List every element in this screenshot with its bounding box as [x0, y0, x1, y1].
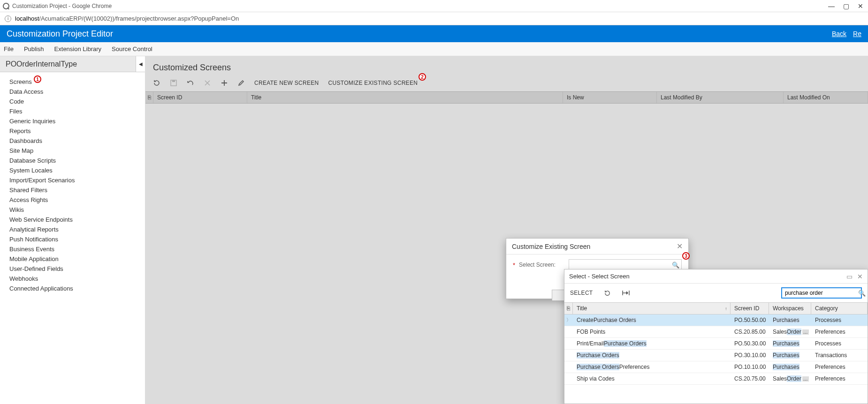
col-category[interactable]: Category — [811, 303, 868, 314]
search-box[interactable]: 🔍 — [781, 287, 862, 299]
modal-title: Customize Existing Screen — [512, 243, 590, 250]
nav-code[interactable]: Code — [9, 97, 145, 106]
nav-generic-inquiries[interactable]: Generic Inquiries — [9, 116, 145, 126]
cell-category: Processes — [811, 338, 868, 349]
browser-titlebar: Customization Project - Google Chrome — … — [0, 0, 868, 12]
customize-existing-label: CUSTOMIZE EXISTING SCREEN — [328, 80, 418, 86]
nav-connected-applications[interactable]: Connected Applications — [9, 284, 145, 293]
table-row[interactable]: Ship via CodesCS.20.75.00Sales Order…Pre… — [564, 373, 868, 385]
col-workspaces[interactable]: Workspaces — [769, 303, 811, 314]
cell-category: Processes — [811, 314, 868, 326]
nav-import-export-scenarios[interactable]: Import/Export Scenarios — [9, 175, 145, 185]
modal-close-icon[interactable]: ✕ — [677, 242, 683, 251]
col-last-modified-on[interactable]: Last Modified On — [784, 92, 868, 103]
search-icon[interactable]: 🔍 — [858, 290, 866, 297]
nav-business-events[interactable]: Business Events — [9, 244, 145, 254]
cell-workspaces: Purchases — [769, 314, 811, 326]
table-row[interactable]: 〉Create Purchase OrdersPO.50.50.00Purcha… — [564, 314, 868, 326]
nav-screens[interactable]: Screens 1 — [9, 77, 145, 87]
nav-access-rights[interactable]: Access Rights — [9, 195, 145, 205]
nav-mobile-application[interactable]: Mobile Application — [9, 254, 145, 264]
cell-screen-id: PO.50.50.00 — [731, 314, 769, 326]
browser-favicon — [3, 3, 9, 9]
nav-wikis[interactable]: Wikis — [9, 205, 145, 215]
nav-analytical-reports[interactable]: Analytical Reports — [9, 224, 145, 234]
svg-rect-1 — [172, 80, 175, 82]
nav-site-map[interactable]: Site Map — [9, 146, 145, 156]
select-modal-close-icon[interactable]: ✕ — [857, 273, 863, 280]
grid-settings-icon[interactable]: ⎘ — [564, 303, 573, 314]
col-screen-id[interactable]: Screen ID — [731, 303, 769, 314]
window-minimize[interactable]: — — [828, 2, 835, 10]
site-info-icon[interactable]: i — [5, 15, 11, 22]
delete-icon — [204, 79, 211, 87]
select-button[interactable]: SELECT — [570, 290, 593, 296]
col-title[interactable]: Title↑ — [573, 303, 731, 314]
nav-dashboards[interactable]: Dashboards — [9, 136, 145, 146]
select-grid-header: ⎘ Title↑ Screen ID Workspaces Category — [564, 302, 868, 314]
back-link[interactable]: Back — [832, 30, 846, 37]
cell-workspaces: Sales Order… — [769, 326, 811, 337]
menu-extension-library[interactable]: Extension Library — [54, 45, 101, 52]
modal-title-bar: Customize Existing Screen ✕ — [506, 239, 688, 254]
fit-columns-icon[interactable] — [622, 290, 630, 296]
undo-icon[interactable] — [187, 79, 194, 87]
required-marker: * — [513, 262, 515, 269]
select-modal-maximize-icon[interactable]: ▭ — [846, 273, 853, 280]
app-title: Customization Project Editor — [7, 29, 825, 39]
toolbar: CREATE NEW SCREEN CUSTOMIZE EXISTING SCR… — [153, 79, 860, 87]
nav-webhooks[interactable]: Webhooks — [9, 274, 145, 284]
url-path: /AcumaticaERP/(W(10002))/frames/projectb… — [39, 15, 239, 22]
nav-data-access[interactable]: Data Access — [9, 87, 145, 97]
create-new-screen-button[interactable]: CREATE NEW SCREEN — [254, 80, 319, 86]
refresh-icon[interactable] — [604, 290, 611, 297]
col-screen-id[interactable]: Screen ID — [153, 92, 247, 103]
select-modal-title-bar: Select - Select Screen ▭ ✕ — [564, 269, 868, 284]
main-content: Customized Screens — [145, 56, 868, 404]
add-icon[interactable] — [221, 79, 228, 87]
cell-category: Preferences — [811, 361, 868, 373]
window-maximize[interactable]: ▢ — [843, 2, 849, 10]
row-indicator: 〉 — [564, 314, 573, 326]
customize-existing-screen-button[interactable]: CUSTOMIZE EXISTING SCREEN 2 — [328, 80, 418, 86]
table-row[interactable]: FOB PointsCS.20.85.00Sales Order…Prefere… — [564, 326, 868, 338]
reload-link[interactable]: Re — [853, 30, 861, 37]
table-row[interactable]: Purchase Orders PreferencesPO.10.10.00Pu… — [564, 361, 868, 373]
nav-system-locales[interactable]: System Locales — [9, 165, 145, 175]
row-indicator — [564, 361, 573, 373]
col-is-new[interactable]: Is New — [563, 92, 657, 103]
nav-push-notifications[interactable]: Push Notifications — [9, 234, 145, 244]
row-indicator — [564, 350, 573, 361]
row-indicator — [564, 373, 573, 384]
sidebar-collapse-button[interactable]: ◀ — [136, 56, 145, 72]
edit-icon[interactable] — [237, 79, 245, 87]
nav-shared-filters[interactable]: Shared Filters — [9, 185, 145, 195]
project-name: POOrderInternalType — [6, 60, 77, 68]
nav-files[interactable]: Files — [9, 106, 145, 116]
menu-publish[interactable]: Publish — [24, 45, 44, 52]
window-close[interactable]: ✕ — [858, 2, 863, 10]
nav-web-service-endpoints[interactable]: Web Service Endpoints — [9, 215, 145, 224]
search-input[interactable] — [784, 289, 856, 297]
col-title[interactable]: Title — [247, 92, 563, 103]
table-row[interactable]: Purchase OrdersPO.30.10.00PurchasesTrans… — [564, 350, 868, 361]
nav-reports[interactable]: Reports — [9, 126, 145, 136]
cell-screen-id: PO.10.10.00 — [731, 361, 769, 373]
select-modal-title: Select - Select Screen — [569, 273, 630, 280]
cell-workspaces: Purchases — [769, 361, 811, 373]
grid-settings-icon[interactable]: ⎘ — [145, 92, 153, 103]
nav-database-scripts[interactable]: Database Scripts — [9, 156, 145, 165]
cell-category: Preferences — [811, 326, 868, 337]
annotation-1: 1 — [34, 75, 41, 83]
refresh-icon[interactable] — [153, 79, 160, 87]
menu-file[interactable]: File — [4, 45, 14, 52]
browser-url-bar[interactable]: i localhost/AcumaticaERP/(W(10002))/fram… — [0, 12, 868, 25]
nav-user-defined-fields[interactable]: User-Defined Fields — [9, 264, 145, 274]
nav-list: Screens 1 Data Access Code Files Generic… — [0, 72, 145, 293]
grid-header: ⎘ Screen ID Title Is New Last Modified B… — [145, 91, 868, 104]
search-icon[interactable]: 🔍 — [672, 262, 679, 269]
row-indicator — [564, 338, 573, 349]
col-last-modified-by[interactable]: Last Modified By — [657, 92, 784, 103]
table-row[interactable]: Print/Email Purchase OrdersPO.50.30.00Pu… — [564, 338, 868, 350]
menu-source-control[interactable]: Source Control — [112, 45, 152, 52]
